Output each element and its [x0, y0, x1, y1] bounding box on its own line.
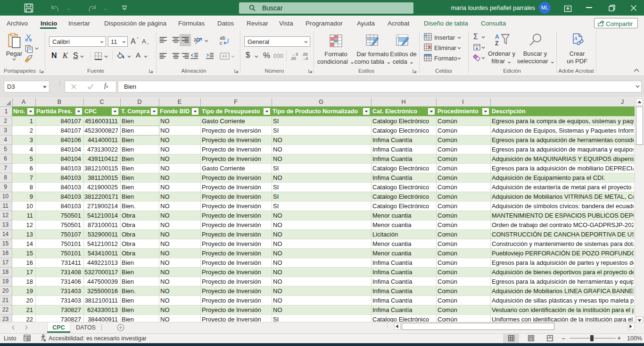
svg-text:A: A: [495, 34, 499, 40]
svg-text:Z: Z: [495, 40, 498, 47]
svg-text:→0: →0: [302, 56, 308, 60]
svg-text:,00: ,00: [290, 56, 296, 60]
svg-text:c: c: [220, 40, 223, 46]
svg-text:A: A: [574, 36, 578, 41]
